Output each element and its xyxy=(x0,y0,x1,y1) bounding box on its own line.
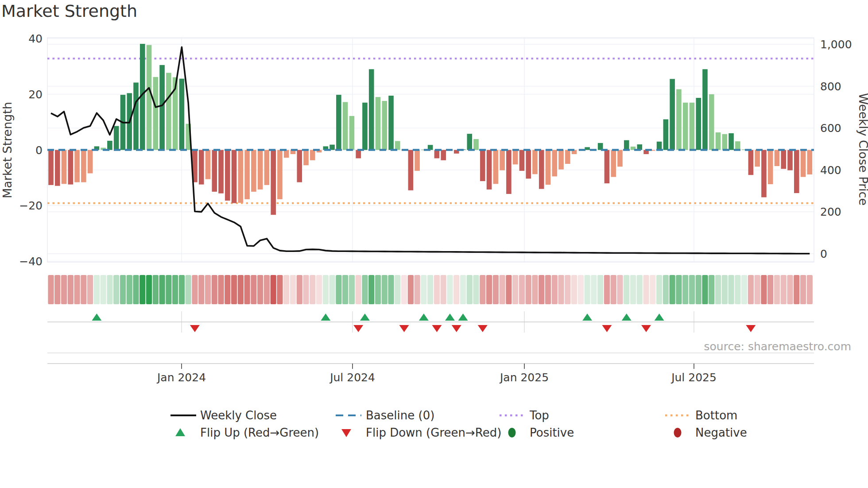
heatmap-cell xyxy=(120,275,126,304)
right-tick-label: 200 xyxy=(820,205,841,218)
strength-bar xyxy=(199,150,204,185)
strength-bar xyxy=(683,103,688,150)
heatmap-cell xyxy=(316,275,322,304)
strength-bar xyxy=(480,150,485,181)
heatmap-cell xyxy=(218,275,224,304)
heatmap-cell xyxy=(225,275,230,304)
heatmap-cell xyxy=(166,275,171,304)
left-tick-label: −20 xyxy=(19,199,43,212)
strength-bar xyxy=(258,150,263,190)
heatmap-cell xyxy=(231,275,237,304)
strength-bar xyxy=(467,134,472,150)
strength-bar xyxy=(310,150,315,160)
heatmap-cell xyxy=(192,275,198,304)
strength-bar xyxy=(303,150,309,166)
heatmap-cell xyxy=(781,275,787,304)
strength-bar xyxy=(768,150,773,184)
heatmap-cell xyxy=(153,275,159,304)
heatmap-cell xyxy=(480,275,485,304)
flip-up-marker-icon xyxy=(655,314,664,321)
market-strength-chart: Jan 2024Jul 2024Jan 2025Jul 202540200−20… xyxy=(0,0,868,488)
source-credit: source: sharemaestro.com xyxy=(704,340,852,353)
heatmap-cell xyxy=(571,275,577,304)
strength-bar xyxy=(238,150,244,203)
strength-bar xyxy=(761,150,767,198)
strength-bar xyxy=(179,79,185,150)
right-tick-label: 600 xyxy=(820,122,841,135)
strength-bar xyxy=(552,150,557,177)
heatmap-cell xyxy=(807,275,813,304)
flip-up-marker-icon xyxy=(360,314,370,321)
heatmap-cell xyxy=(741,275,747,304)
heatmap-cell xyxy=(670,275,675,304)
flip-up-marker-icon xyxy=(582,314,592,321)
heatmap-cell xyxy=(68,275,74,304)
flip-up-marker-icon xyxy=(321,314,330,321)
flip-marker-row xyxy=(47,311,814,333)
heatmap-cell xyxy=(127,275,132,304)
strength-bar xyxy=(624,140,629,150)
heatmap-cell xyxy=(238,275,244,304)
strength-bar xyxy=(794,150,799,193)
heatmap-cell xyxy=(244,275,250,304)
heatmap-cell xyxy=(271,275,276,304)
x-tick-label: Jan 2025 xyxy=(499,371,549,384)
strength-bar xyxy=(244,150,250,199)
left-tick-label: −40 xyxy=(19,255,43,268)
strength-bar xyxy=(114,126,119,150)
heatmap-cell xyxy=(257,275,263,304)
flip-down-marker-icon xyxy=(641,325,651,332)
strength-bar xyxy=(107,141,112,150)
heatmap-cell xyxy=(755,275,760,304)
heatmap-cell xyxy=(362,275,368,304)
flip-down-marker-icon xyxy=(602,325,612,332)
legend-label-negative: Negative xyxy=(695,426,747,439)
strength-bar xyxy=(277,150,283,199)
strength-bar xyxy=(709,94,714,150)
heatmap-cell xyxy=(81,275,86,304)
heatmap-cell xyxy=(617,275,623,304)
heatmap-cell xyxy=(186,275,191,304)
heatmap-cell xyxy=(473,275,479,304)
heatmap-cell xyxy=(460,275,466,304)
heatmap-cell xyxy=(682,275,688,304)
right-tick-label: 0 xyxy=(820,248,827,260)
heatmap-cell xyxy=(159,275,165,304)
strength-bar xyxy=(807,150,813,174)
strength-bar xyxy=(284,150,289,158)
strength-bar xyxy=(663,119,669,150)
strength-bar xyxy=(558,150,564,170)
heatmap-cell xyxy=(101,275,106,304)
legend-positive-dot-icon xyxy=(508,428,516,438)
heatmap-cell xyxy=(61,275,67,304)
heatmap-cell xyxy=(133,275,139,304)
heatmap-cell xyxy=(375,275,381,304)
x-tick-label: Jul 2024 xyxy=(329,371,375,384)
right-tick-label: 800 xyxy=(820,80,841,93)
strength-bar xyxy=(147,45,152,150)
strength-bar xyxy=(702,69,708,150)
heatmap-cell xyxy=(500,275,505,304)
heatmap-cell xyxy=(767,275,773,304)
heatmap-cell xyxy=(532,275,538,304)
legend-label-bottom: Bottom xyxy=(695,409,737,422)
legend-label-baseline: Baseline (0) xyxy=(366,409,434,422)
strength-bar xyxy=(565,150,570,164)
strength-bar xyxy=(532,150,538,174)
legend-negative-dot-icon xyxy=(674,428,682,438)
strength-bar xyxy=(728,133,734,150)
strength-bar xyxy=(617,150,623,167)
strength-bar xyxy=(598,143,603,150)
strength-bar xyxy=(735,141,740,150)
strength-bar xyxy=(133,82,139,150)
heatmap-cell xyxy=(604,275,610,304)
strength-bar xyxy=(670,79,675,150)
strength-bar xyxy=(55,150,60,186)
heatmap-cell xyxy=(395,275,400,304)
strength-bar xyxy=(356,150,361,159)
left-tick-label: 20 xyxy=(28,88,43,101)
heatmap-cell xyxy=(408,275,414,304)
flip-up-marker-icon xyxy=(419,314,429,321)
strength-bar xyxy=(271,150,276,215)
x-tick-label: Jul 2025 xyxy=(670,371,717,384)
